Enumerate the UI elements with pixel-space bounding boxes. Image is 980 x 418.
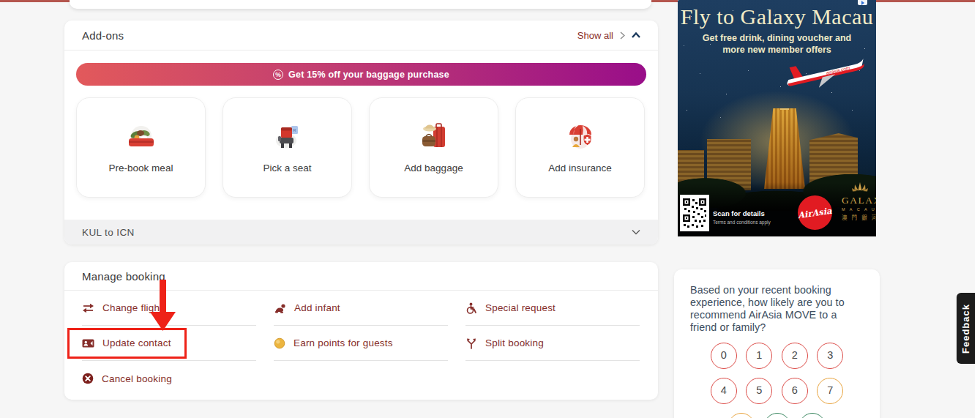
nps-survey-card: Based on your recent booking experience,… — [674, 269, 880, 418]
chevron-right-icon — [620, 31, 625, 40]
tile-label: Add baggage — [404, 163, 463, 173]
manage-booking-grid: Change flight Add infant Speci — [64, 291, 658, 396]
score-button-4[interactable]: 4 — [711, 378, 737, 404]
route-section-kul-icn[interactable]: KUL to ICN — [64, 220, 658, 245]
tile-label: Add insurance — [548, 163, 611, 173]
addon-tiles: Pre-book meal R Pick — [76, 97, 645, 198]
manage-item-label: Special request — [485, 302, 556, 313]
score-row-3: 8 9 10 — [692, 413, 862, 418]
score-row-2: 4 5 6 7 — [674, 378, 880, 404]
score-button-1[interactable]: 1 — [746, 343, 772, 369]
score-button-2[interactable]: 2 — [782, 343, 808, 369]
banner-text: Get 15% off your baggage purchase — [288, 70, 449, 80]
manage-item-update-contact[interactable]: Update contact — [82, 326, 256, 361]
tile-label: Pick a seat — [263, 163, 311, 173]
manage-item-earn-points[interactable]: Earn points for guests — [274, 326, 448, 361]
empty-cell — [274, 361, 448, 396]
manage-booking-card: Manage booking Change flight — [64, 262, 658, 400]
special-request-icon — [465, 302, 477, 314]
manage-item-change-flight[interactable]: Change flight — [82, 291, 256, 326]
meal-icon — [124, 98, 159, 158]
empty-cell — [465, 361, 640, 396]
change-flight-icon — [82, 302, 94, 314]
score-button-10[interactable]: 10 — [799, 413, 826, 418]
baggage-icon — [418, 98, 450, 158]
manage-item-label: Update contact — [102, 337, 171, 348]
manage-item-label: Split booking — [485, 337, 544, 348]
score-button-3[interactable]: 3 — [817, 343, 843, 369]
route-label: KUL to ICN — [82, 227, 135, 238]
insurance-icon — [564, 98, 597, 158]
manage-item-split-booking[interactable]: Split booking — [465, 326, 640, 361]
adchoices-icon[interactable] — [858, 0, 867, 5]
manage-item-add-infant[interactable]: Add infant — [274, 291, 448, 326]
chevron-down-icon — [632, 229, 640, 235]
score-button-9[interactable]: 9 — [764, 413, 790, 418]
ad-headline: Fly to Galaxy Macau — [681, 4, 874, 29]
scan-for-details-label: Scan for details — [713, 209, 765, 217]
tile-label: Pre-book meal — [109, 163, 173, 173]
feedback-tab-label: Feedback — [960, 304, 971, 354]
scrollbar-track[interactable] — [975, 0, 980, 418]
tile-prebook-meal[interactable]: Pre-book meal — [76, 97, 206, 198]
qr-code — [680, 195, 709, 231]
tile-add-baggage[interactable]: Add baggage — [369, 97, 498, 198]
manage-item-cancel-booking[interactable]: Cancel booking — [82, 361, 256, 396]
seat-icon: R — [272, 98, 304, 158]
feedback-tab[interactable]: Feedback — [957, 293, 975, 364]
score-button-5[interactable]: 5 — [746, 378, 772, 404]
manage-booking-header: Manage booking — [64, 262, 658, 291]
addons-card: Add-ons Show all % Get 15% off your bagg… — [64, 20, 658, 245]
previous-card-bottom-edge — [70, 0, 651, 9]
manage-item-label: Change flight — [102, 302, 162, 313]
score-button-6[interactable]: 6 — [782, 378, 808, 404]
manage-item-label: Add infant — [294, 302, 340, 313]
gold-coin-icon — [274, 337, 285, 349]
addons-header: Add-ons Show all — [64, 20, 658, 51]
score-button-8[interactable]: 8 — [728, 413, 755, 418]
score-button-7[interactable]: 7 — [817, 378, 843, 404]
terms-label: Terms and conditions apply — [713, 220, 771, 225]
airasia-logo: AirAsia — [798, 195, 832, 230]
split-booking-icon — [465, 337, 477, 349]
galaxy-chinese: 澳 門 銀 河 — [842, 213, 876, 221]
cancel-icon — [82, 373, 94, 384]
galaxy-sub: M A C A U — [842, 207, 876, 212]
galaxy-macau-logo: GALAXY M A C A U 澳 門 銀 河 — [842, 182, 876, 221]
galaxy-macau-ad[interactable]: Fly to Galaxy Macau Get free drink, dini… — [678, 0, 876, 236]
update-contact-icon — [82, 337, 94, 349]
manage-item-special-request[interactable]: Special request — [465, 291, 640, 326]
addons-title: Add-ons — [82, 29, 124, 42]
airasia-logo-text: AirAsia — [797, 205, 832, 220]
manage-item-label: Earn points for guests — [293, 337, 393, 348]
lotus-icon — [852, 182, 868, 192]
svg-text:R: R — [293, 128, 296, 133]
show-all-label: Show all — [577, 30, 613, 41]
tile-add-insurance[interactable]: Add insurance — [515, 97, 645, 198]
survey-question: Based on your recent booking experience,… — [690, 284, 853, 334]
manage-item-label: Cancel booking — [102, 373, 172, 384]
baggage-promo-banner[interactable]: % Get 15% off your baggage purchase — [76, 63, 646, 86]
tile-pick-a-seat[interactable]: R Pick a seat — [222, 97, 352, 198]
manage-booking-title: Manage booking — [82, 270, 165, 283]
show-all-button[interactable]: Show all — [577, 30, 640, 41]
discount-badge-icon: % — [273, 70, 283, 80]
chevron-up-icon[interactable] — [632, 32, 640, 38]
score-row-1: 0 1 2 3 — [674, 343, 880, 369]
add-infant-icon — [274, 302, 286, 314]
page: Add-ons Show all % Get 15% off your bagg… — [0, 0, 980, 418]
stars-decoration — [678, 0, 678, 1]
galaxy-name: GALAXY — [842, 195, 876, 206]
ad-subtext-line1: Get free drink, dining voucher and — [678, 32, 876, 44]
score-button-0[interactable]: 0 — [711, 343, 737, 369]
